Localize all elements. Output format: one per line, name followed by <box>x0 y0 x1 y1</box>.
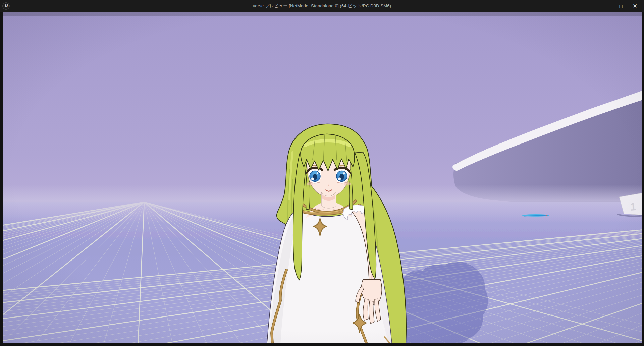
title-bar: u verse プレビュー [NetMode: Standalone 0] (6… <box>0 0 644 12</box>
top-shade <box>3 12 642 16</box>
window-controls: — □ ✕ <box>600 0 642 12</box>
unreal-engine-logo-icon: u <box>2 2 10 10</box>
maximize-button[interactable]: □ <box>614 0 628 12</box>
unreal-logo-glyph: u <box>4 3 8 8</box>
game-viewport[interactable]: 1 <box>3 12 642 343</box>
scene-canvas: 1 <box>3 12 642 343</box>
close-button[interactable]: ✕ <box>628 0 642 12</box>
unreal-preview-window: u verse プレビュー [NetMode: Standalone 0] (6… <box>0 0 644 346</box>
vignette <box>3 12 642 343</box>
minimize-button[interactable]: — <box>600 0 614 12</box>
window-title: verse プレビュー [NetMode: Standalone 0] (64-… <box>0 3 644 9</box>
